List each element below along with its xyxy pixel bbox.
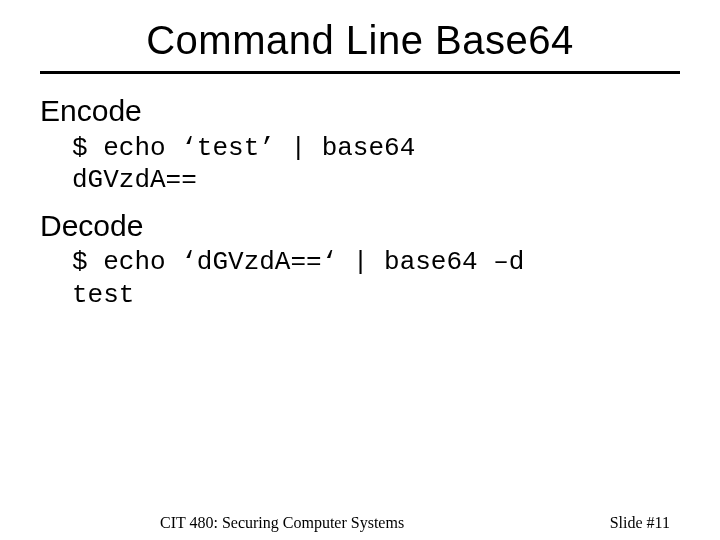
decode-block: $ echo ‘dGVzdA==‘ | base64 –d test: [72, 246, 680, 311]
decode-output: test: [72, 280, 134, 310]
slide: Command Line Base64 Encode $ echo ‘test’…: [0, 18, 720, 540]
course-label: CIT 480: Securing Computer Systems: [160, 514, 404, 532]
slide-content: Encode $ echo ‘test’ | base64 dGVzdA== D…: [40, 92, 680, 311]
title-rule: [40, 71, 680, 74]
decode-command: $ echo ‘dGVzdA==‘ | base64 –d: [72, 247, 524, 277]
encode-label: Encode: [40, 92, 680, 130]
slide-number: Slide #11: [610, 514, 670, 532]
slide-footer: CIT 480: Securing Computer Systems Slide…: [0, 514, 720, 536]
encode-block: $ echo ‘test’ | base64 dGVzdA==: [72, 132, 680, 197]
encode-command: $ echo ‘test’ | base64: [72, 133, 415, 163]
encode-output: dGVzdA==: [72, 165, 197, 195]
slide-title: Command Line Base64: [0, 18, 720, 63]
decode-label: Decode: [40, 207, 680, 245]
